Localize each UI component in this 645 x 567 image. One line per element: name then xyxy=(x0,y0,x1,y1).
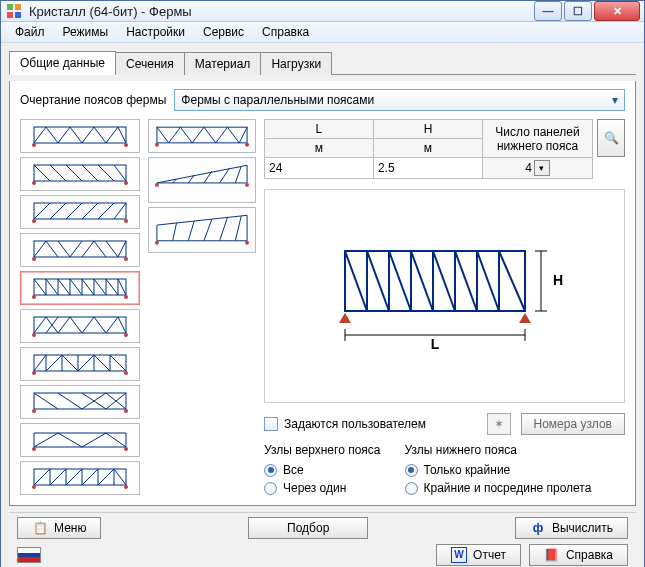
svg-rect-1 xyxy=(15,4,21,10)
tab-material[interactable]: Материал xyxy=(184,52,262,75)
svg-point-24 xyxy=(124,371,128,375)
top-nodes-group: Узлы верхнего пояса Все Через один xyxy=(264,443,381,495)
top-nodes-title: Узлы верхнего пояса xyxy=(264,443,381,457)
tab-panel-general: Очертание поясов фермы Фермы с параллель… xyxy=(9,81,636,506)
zoom-preview-button[interactable]: 🔍 xyxy=(597,119,625,157)
magnifier-icon: 🔍 xyxy=(604,131,619,145)
truss-thumb-7[interactable] xyxy=(20,347,140,381)
radio-icon xyxy=(264,464,277,477)
select-button[interactable]: Подбор xyxy=(248,517,368,539)
preview-H-label: H xyxy=(553,272,563,288)
bottom-nodes-mid[interactable]: Крайние и посредине пролета xyxy=(405,481,592,495)
tab-strip: Общие данные Сечения Материал Нагрузки xyxy=(9,51,636,75)
panels-stepper[interactable]: 4 ▾ xyxy=(487,160,588,176)
menu-modes[interactable]: Режимы xyxy=(55,22,117,42)
node-numbers-icon-button[interactable]: ✶ xyxy=(487,413,511,435)
panels-value: 4 xyxy=(525,161,532,175)
checkbox-icon xyxy=(264,417,278,431)
svg-point-26 xyxy=(32,409,36,413)
menu-file[interactable]: Файл xyxy=(7,22,53,42)
truss-thumb-1[interactable] xyxy=(20,119,140,153)
truss-thumb-5[interactable] xyxy=(20,271,140,305)
user-defined-checkbox[interactable]: Задаются пользователем xyxy=(264,417,426,431)
radio-icon xyxy=(405,482,418,495)
truss-thumbs-left xyxy=(20,119,140,495)
user-defined-label: Задаются пользователем xyxy=(284,417,426,431)
menu-bar: Файл Режимы Настройки Сервис Справка xyxy=(1,22,644,43)
chord-type-combo[interactable]: Фермы с параллельными поясами ▾ xyxy=(174,89,625,111)
svg-point-17 xyxy=(32,295,36,299)
svg-rect-25 xyxy=(34,393,126,409)
svg-point-27 xyxy=(124,409,128,413)
truss-thumb-10[interactable] xyxy=(20,461,140,495)
compute-button[interactable]: ф Вычислить xyxy=(515,517,628,539)
nodes-icon: ✶ xyxy=(494,417,504,431)
truss-thumb-8[interactable] xyxy=(20,385,140,419)
svg-point-5 xyxy=(32,143,36,147)
truss-thumb-m1[interactable] xyxy=(148,119,256,153)
svg-point-12 xyxy=(124,219,128,223)
params-table: L H Число панелей нижнего пояса м м xyxy=(264,119,593,179)
truss-thumb-9[interactable] xyxy=(20,423,140,457)
language-flag[interactable] xyxy=(17,547,41,563)
options-row: Задаются пользователем ✶ Номера узлов xyxy=(264,413,625,435)
svg-point-31 xyxy=(124,447,128,451)
tab-general[interactable]: Общие данные xyxy=(9,51,116,75)
svg-point-37 xyxy=(245,143,249,147)
svg-rect-3 xyxy=(15,12,21,18)
truss-thumb-6[interactable] xyxy=(20,309,140,343)
truss-thumb-2[interactable] xyxy=(20,157,140,191)
radio-groups: Узлы верхнего пояса Все Через один Узлы … xyxy=(264,443,625,495)
menu-help[interactable]: Справка xyxy=(254,22,317,42)
svg-point-20 xyxy=(32,333,36,337)
svg-point-39 xyxy=(155,183,159,187)
client-area: Общие данные Сечения Материал Нагрузки О… xyxy=(1,43,644,567)
close-button[interactable]: ✕ xyxy=(594,1,640,21)
svg-marker-45 xyxy=(519,313,531,323)
truss-preview: L H xyxy=(264,189,625,403)
word-icon: W xyxy=(451,547,467,563)
truss-thumb-m2[interactable] xyxy=(148,157,256,203)
svg-point-14 xyxy=(32,257,36,261)
params-table-row: L H Число панелей нижнего пояса м м xyxy=(264,119,625,179)
svg-point-23 xyxy=(32,371,36,375)
tab-sections[interactable]: Сечения xyxy=(115,52,185,75)
unit-L: м xyxy=(265,139,374,158)
preview-L-label: L xyxy=(430,336,439,352)
truss-thumb-3[interactable] xyxy=(20,195,140,229)
menu-settings[interactable]: Настройки xyxy=(118,22,193,42)
maximize-button[interactable]: ☐ xyxy=(564,1,592,21)
svg-point-33 xyxy=(32,485,36,489)
input-H[interactable] xyxy=(374,159,482,177)
col-header-L: L xyxy=(265,120,374,139)
minimize-button[interactable]: — xyxy=(534,1,562,21)
tab-loads[interactable]: Нагрузки xyxy=(260,52,332,75)
svg-rect-0 xyxy=(7,4,13,10)
svg-point-6 xyxy=(124,143,128,147)
node-numbers-button[interactable]: Номера узлов xyxy=(521,413,626,435)
svg-point-18 xyxy=(124,295,128,299)
bottom-nodes-ends[interactable]: Только крайние xyxy=(405,463,592,477)
input-L[interactable] xyxy=(265,159,373,177)
unit-H: м xyxy=(373,139,482,158)
report-button[interactable]: W Отчет xyxy=(436,544,521,566)
title-bar: Кристалл (64-бит) - Фермы — ☐ ✕ xyxy=(1,1,644,22)
top-nodes-all[interactable]: Все xyxy=(264,463,381,477)
truss-thumb-m3[interactable] xyxy=(148,207,256,253)
right-panel: L H Число панелей нижнего пояса м м xyxy=(264,119,625,495)
content-area: L H Число панелей нижнего пояса м м xyxy=(20,119,625,495)
bottom-nodes-title: Узлы нижнего пояса xyxy=(405,443,592,457)
top-nodes-alt[interactable]: Через один xyxy=(264,481,381,495)
chord-outline-label: Очертание поясов фермы xyxy=(20,93,166,107)
help-button[interactable]: 📕 Справка xyxy=(529,544,628,566)
chord-outline-row: Очертание поясов фермы Фермы с параллель… xyxy=(20,89,625,111)
menu-service[interactable]: Сервис xyxy=(195,22,252,42)
truss-thumbs-mid xyxy=(148,119,256,495)
radio-icon xyxy=(264,482,277,495)
menu-button[interactable]: 📋 Меню xyxy=(17,517,101,539)
window-title: Кристалл (64-бит) - Фермы xyxy=(29,4,534,19)
svg-point-30 xyxy=(32,447,36,451)
truss-thumb-4[interactable] xyxy=(20,233,140,267)
chevron-down-icon[interactable]: ▾ xyxy=(534,160,550,176)
truss-preview-svg: L H xyxy=(315,231,575,361)
